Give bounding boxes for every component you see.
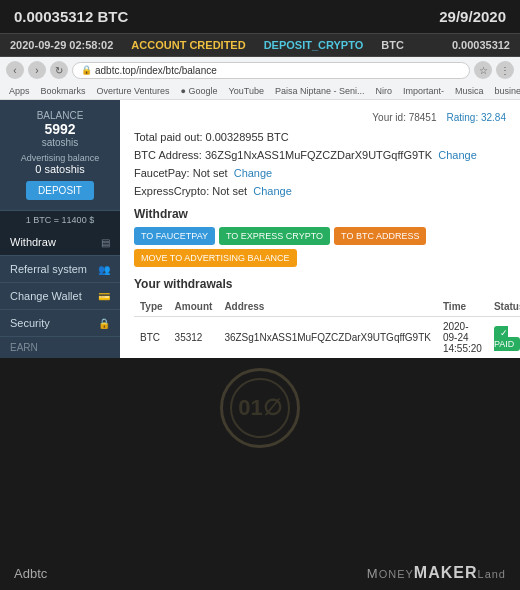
to-adv-button[interactable]: MOVE TO ADVERTISING BALANCE — [134, 249, 297, 267]
balance-amount: 5992 — [8, 121, 112, 137]
rating-label: Rating: 32.84 — [447, 112, 507, 123]
balance-section: Balance 5992 satoshis Advertising balanc… — [0, 100, 120, 211]
expresscrypto-value: Not set — [212, 185, 247, 197]
to-btc-button[interactable]: TO BTC ADDRESS — [334, 227, 426, 245]
row-address: 36ZSg1NxASS1MuFQZCZDarX9UTGqffG9TK — [218, 317, 437, 359]
deposit-button[interactable]: DEPOSIT — [26, 181, 94, 200]
bookmark-paisa[interactable]: Paisa Niptane - Seni... — [272, 85, 368, 97]
your-withdrawals-title: Your withdrawals — [134, 277, 506, 291]
bottom-left-label: Adbtc — [14, 566, 47, 581]
sidebar-item-security[interactable]: Security 🔒 — [0, 310, 120, 337]
withdraw-buttons: TO FAUCETPAY TO EXPRESS CRYPTO TO BTC AD… — [134, 227, 506, 267]
your-id-value: 78451 — [409, 112, 437, 123]
adv-balance-label: Advertising balance — [8, 153, 112, 163]
sidebar-item-wallet[interactable]: Change Wallet 💳 — [0, 283, 120, 310]
browser-chrome: ‹ › ↻ 🔒 adbtc.top/index/btc/balance ☆ ⋮ … — [0, 57, 520, 100]
withdrawals-table: Type Amount Address Time Status BTC 3531… — [134, 297, 520, 358]
bookmark-business[interactable]: business — [492, 85, 520, 97]
browser-nav: ‹ › ↻ 🔒 adbtc.top/index/btc/balance ☆ ⋮ — [0, 57, 520, 83]
expresscrypto-label: ExpressCrypto: — [134, 185, 209, 197]
top-bar: 0.00035312 BTC 29/9/2020 — [0, 0, 520, 33]
col-type: Type — [134, 297, 169, 317]
bookmark-important[interactable]: Important- — [400, 85, 447, 97]
top-bar-btc: 0.00035312 BTC — [14, 8, 128, 25]
url-text: adbtc.top/index/btc/balance — [95, 65, 217, 76]
url-bar[interactable]: 🔒 adbtc.top/index/btc/balance — [72, 62, 470, 79]
bookmark-niro[interactable]: Niro — [372, 85, 395, 97]
status-currency: BTC — [381, 39, 404, 51]
row-type: BTC — [134, 317, 169, 359]
to-faucetpay-button[interactable]: TO FAUCETPAY — [134, 227, 215, 245]
status-bar: 2020-09-29 02:58:02 ACCOUNT CREDITED DEP… — [0, 33, 520, 57]
maker-text: MAKER — [414, 564, 478, 581]
watermark-inner: 01∅ — [230, 378, 290, 438]
bookmark-google[interactable]: ● Google — [178, 85, 221, 97]
watermark-area: 01∅ — [0, 358, 520, 458]
bottom-bar: Adbtc MONEYMAKERLand — [0, 556, 520, 590]
security-label: Security — [10, 317, 50, 329]
earn-section-label: Earn — [0, 337, 120, 358]
wallet-label: Change Wallet — [10, 290, 82, 302]
money-text: M — [367, 566, 379, 581]
security-icon: 🔒 — [98, 318, 110, 329]
sidebar-item-referral[interactable]: Referral system 👥 — [0, 256, 120, 283]
wallet-icon: 💳 — [98, 291, 110, 302]
your-id-label: Your id: — [372, 112, 406, 123]
referral-label: Referral system — [10, 263, 87, 275]
btc-address-row: BTC Address: 36ZSg1NxASS1MuFQZCZDarX9UTG… — [134, 149, 506, 161]
bookmark-bookmarks[interactable]: Bookmarks — [38, 85, 89, 97]
col-amount: Amount — [169, 297, 219, 317]
top-bar-date: 29/9/2020 — [439, 8, 506, 25]
withdraw-section: Withdraw TO FAUCETPAY TO EXPRESS CRYPTO … — [134, 207, 506, 267]
faucetpay-row: FaucetPay: Not set Change — [134, 167, 506, 179]
expresscrypto-row: ExpressCrypto: Not set Change — [134, 185, 506, 197]
status-datetime: 2020-09-29 02:58:02 — [10, 39, 113, 51]
forward-button[interactable]: › — [28, 61, 46, 79]
star-button[interactable]: ☆ — [474, 61, 492, 79]
total-paid-label: Total paid out: — [134, 131, 203, 143]
land-text: Land — [478, 568, 506, 580]
withdraw-label: Withdraw — [10, 236, 56, 248]
col-address: Address — [218, 297, 437, 317]
to-express-button[interactable]: TO EXPRESS CRYPTO — [219, 227, 330, 245]
expresscrypto-change-link[interactable]: Change — [253, 185, 292, 197]
paid-badge: ✓ PAID — [494, 326, 520, 351]
status-credited: ACCOUNT CREDITED — [131, 39, 245, 51]
main-layout: Balance 5992 satoshis Advertising balanc… — [0, 100, 520, 358]
status-amount: 0.00035312 — [452, 39, 510, 51]
referral-icon: 👥 — [98, 264, 110, 275]
menu-button[interactable]: ⋮ — [496, 61, 514, 79]
lock-icon: 🔒 — [81, 65, 92, 75]
bookmark-overture[interactable]: Overture Ventures — [94, 85, 173, 97]
col-status: Status — [488, 297, 520, 317]
watermark-stamp: 01∅ — [220, 368, 300, 448]
oney-text: ONEY — [379, 568, 414, 580]
total-paid-value: 0.00328955 BTC — [206, 131, 289, 143]
btc-address-change-link[interactable]: Change — [438, 149, 477, 161]
exchange-rate: 1 BTC = 11400 $ — [0, 211, 120, 229]
faucetpay-value: Not set — [193, 167, 228, 179]
bookmark-musica[interactable]: Musica — [452, 85, 487, 97]
faucetpay-label: FaucetPay: — [134, 167, 190, 179]
bottom-right-brand: MONEYMAKERLand — [367, 564, 506, 582]
sidebar: Balance 5992 satoshis Advertising balanc… — [0, 100, 120, 358]
withdraw-title: Withdraw — [134, 207, 506, 221]
col-time: Time — [437, 297, 488, 317]
sidebar-item-withdraw[interactable]: Withdraw ▤ — [0, 229, 120, 256]
row-amount: 35312 — [169, 317, 219, 359]
total-paid-row: Total paid out: 0.00328955 BTC — [134, 131, 506, 143]
bookmark-youtube[interactable]: YouTube — [226, 85, 267, 97]
back-button[interactable]: ‹ — [6, 61, 24, 79]
reload-button[interactable]: ↻ — [50, 61, 68, 79]
bookmark-apps[interactable]: Apps — [6, 85, 33, 97]
table-row: BTC 35312 36ZSg1NxASS1MuFQZCZDarX9UTGqff… — [134, 317, 520, 359]
status-deposit: DEPOSIT_CRYPTO — [264, 39, 364, 51]
row-time: 2020-09-24 14:55:20 — [437, 317, 488, 359]
faucetpay-change-link[interactable]: Change — [234, 167, 273, 179]
bookmarks-bar: Apps Bookmarks Overture Ventures ● Googl… — [0, 83, 520, 99]
content-area: Your id: 78451 Rating: 32.84 Total paid … — [120, 100, 520, 358]
rating-value: 32.84 — [481, 112, 506, 123]
user-info: Your id: 78451 Rating: 32.84 — [134, 112, 506, 123]
balance-unit: satoshis — [8, 137, 112, 148]
btc-address-label: BTC Address: — [134, 149, 202, 161]
